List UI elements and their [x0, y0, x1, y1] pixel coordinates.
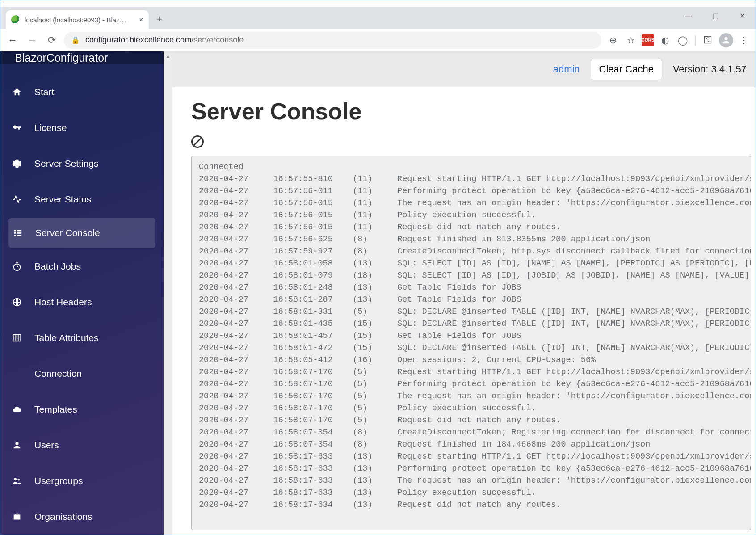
- sidebar-item-batch-jobs[interactable]: Batch Jobs: [0, 249, 164, 284]
- sidebar-item-templates[interactable]: Templates: [0, 392, 164, 427]
- sidebar-item-table-attributes[interactable]: Table Attributes: [0, 320, 164, 356]
- home-icon: [12, 87, 25, 97]
- url-field[interactable]: 🔒 configurator.biexcellence.com/serverco…: [64, 32, 601, 49]
- browser-window: localhost (localhost:9093) - Blaz… × + ―…: [0, 0, 756, 535]
- cors-extension-icon[interactable]: CORS: [642, 34, 654, 46]
- sidebar-item-label: Batch Jobs: [34, 261, 152, 272]
- address-bar: ← → ⟳ 🔒 configurator.biexcellence.com/se…: [0, 29, 756, 51]
- user-link[interactable]: admin: [553, 63, 580, 75]
- scroll-up-icon[interactable]: ▲: [164, 51, 172, 60]
- minimize-button[interactable]: ―: [675, 7, 702, 25]
- app-root: BlazorConfigurator StartLicenseServer Se…: [0, 51, 756, 535]
- titlebar: [0, 0, 756, 7]
- console-panel: Connected 2020-04-27 16:57:55-810 (11) R…: [191, 156, 751, 530]
- sidebar-item-organisations[interactable]: Organisations: [0, 499, 164, 535]
- sidebar-item-connection[interactable]: Connection: [0, 356, 164, 392]
- lock-icon: 🔒: [71, 36, 80, 44]
- version-label: Version: 3.4.1.57: [673, 63, 747, 75]
- sidebar-item-server-settings[interactable]: Server Settings: [0, 146, 164, 181]
- tab-strip: localhost (localhost:9093) - Blaz… × + ―…: [0, 7, 756, 29]
- sidebar-item-label: Start: [34, 87, 152, 97]
- sidebar-item-label: Usergroups: [34, 476, 152, 486]
- clear-cache-button[interactable]: Clear Cache: [591, 59, 662, 80]
- sidebar-item-server-status[interactable]: Server Status: [0, 181, 164, 217]
- tab-title: localhost (localhost:9093) - Blaz…: [25, 16, 134, 24]
- extension-circle-icon[interactable]: ◯: [676, 33, 690, 47]
- briefcase-icon: [12, 512, 25, 522]
- key-icon: [12, 123, 25, 133]
- menu-kebab-icon[interactable]: ⋮: [737, 33, 751, 47]
- sidebar-item-host-headers[interactable]: Host Headers: [0, 284, 164, 320]
- sidebar-item-label: Server Settings: [34, 158, 152, 169]
- close-window-button[interactable]: ✕: [729, 7, 756, 25]
- profile-avatar-icon[interactable]: [719, 33, 733, 47]
- list-icon: [13, 228, 25, 238]
- sidebar-item-users[interactable]: Users: [0, 427, 164, 463]
- gear-icon: [12, 159, 25, 169]
- sidebar-item-start[interactable]: Start: [0, 74, 164, 110]
- clear-console-icon[interactable]: [191, 135, 204, 148]
- topbar: admin Clear Cache Version: 3.4.1.57: [172, 51, 756, 87]
- sidebar-item-license[interactable]: License: [0, 110, 164, 146]
- svg-rect-0: [14, 230, 16, 232]
- svg-rect-1: [17, 230, 21, 232]
- new-tab-button[interactable]: +: [151, 11, 168, 27]
- sidebar-item-label: Templates: [34, 404, 152, 415]
- sidebar-item-label: Table Attributes: [34, 333, 152, 343]
- sidebar-item-label: Connection: [34, 368, 152, 379]
- svg-rect-10: [13, 335, 21, 341]
- window-controls: ― ▢ ✕: [675, 7, 756, 29]
- svg-rect-4: [14, 235, 16, 236]
- page-title: Server Console: [191, 98, 756, 125]
- maximize-button[interactable]: ▢: [702, 7, 729, 25]
- svg-rect-2: [14, 232, 16, 234]
- svg-line-7: [17, 266, 18, 267]
- pulse-icon: [12, 194, 25, 204]
- sidebar-item-label: Organisations: [34, 511, 152, 522]
- star-icon[interactable]: ☆: [624, 33, 638, 47]
- main: admin Clear Cache Version: 3.4.1.57 Serv…: [172, 51, 756, 535]
- sidebar-item-label: Server Status: [34, 194, 152, 205]
- extension-moon-icon[interactable]: ◐: [658, 33, 672, 47]
- side-nav: StartLicenseServer SettingsServer Status…: [0, 64, 164, 535]
- table-icon: [12, 333, 25, 343]
- zoom-plus-icon[interactable]: ⊕: [606, 33, 620, 47]
- sidebar-item-label: License: [34, 122, 152, 133]
- url-text: configurator.biexcellence.com/servercons…: [85, 35, 594, 45]
- content: Server Console Connected 2020-04-27 16:5…: [172, 87, 756, 535]
- console-scroll[interactable]: Connected 2020-04-27 16:57:55-810 (11) R…: [192, 156, 751, 530]
- toolbar-right: ⊕ ☆ CORS ◐ ◯ ⚿ ⋮: [606, 33, 751, 47]
- svg-point-14: [14, 478, 17, 481]
- globe-icon: [12, 297, 25, 307]
- svg-rect-3: [17, 232, 21, 234]
- usergroup-icon: [12, 476, 25, 486]
- sidebar-item-label: Users: [34, 440, 152, 451]
- sidebar-item-label: Host Headers: [34, 297, 152, 308]
- tab-favicon-icon: [11, 15, 20, 24]
- sidebar-scroll-strip[interactable]: ▲: [164, 51, 172, 535]
- stopwatch-icon: [12, 261, 25, 271]
- toolbar-divider: [695, 35, 696, 46]
- cloud-icon: [12, 404, 25, 414]
- brand-title: BlazorConfigurator: [0, 51, 164, 64]
- sidebar-item-usergroups[interactable]: Usergroups: [0, 463, 164, 499]
- console-output: Connected 2020-04-27 16:57:55-810 (11) R…: [192, 156, 751, 524]
- back-button[interactable]: ←: [5, 33, 20, 48]
- svg-point-15: [17, 479, 20, 481]
- sidebar-item-label: Server Console: [35, 227, 144, 238]
- svg-point-6: [14, 264, 21, 271]
- browser-tab[interactable]: localhost (localhost:9093) - Blaz… ×: [6, 10, 149, 29]
- reload-button[interactable]: ⟳: [44, 33, 59, 48]
- key-icon[interactable]: ⚿: [701, 33, 715, 47]
- forward-button: →: [25, 33, 40, 48]
- user-icon: [12, 440, 25, 450]
- svg-rect-5: [17, 235, 21, 236]
- close-tab-icon[interactable]: ×: [139, 15, 143, 25]
- sidebar: BlazorConfigurator StartLicenseServer Se…: [0, 51, 164, 535]
- sidebar-item-server-console[interactable]: Server Console: [8, 218, 155, 248]
